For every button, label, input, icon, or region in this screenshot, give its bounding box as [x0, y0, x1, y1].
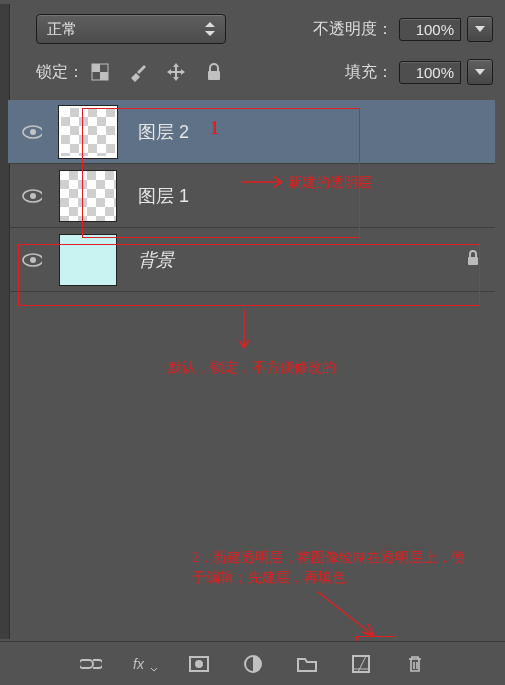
layer-row[interactable]: 背景: [8, 228, 495, 292]
fill-dropdown[interactable]: [467, 59, 493, 85]
svg-rect-10: [468, 257, 478, 265]
layer-row[interactable]: 图层 2: [8, 100, 495, 164]
svg-rect-1: [92, 64, 100, 72]
annotation-3: 2，新建透明层，将图像绘制在透明层上，便于编辑；先建层，再填色: [192, 548, 472, 587]
blend-mode-select[interactable]: 正常: [36, 14, 226, 44]
svg-rect-3: [208, 71, 220, 80]
group-icon[interactable]: [295, 652, 319, 676]
svg-point-5: [30, 129, 36, 135]
fx-icon[interactable]: fx: [133, 652, 157, 676]
lock-move-icon[interactable]: [166, 62, 186, 82]
visibility-icon[interactable]: [22, 186, 42, 206]
opacity-field[interactable]: 100%: [399, 18, 461, 41]
layer-name[interactable]: 图层 2: [120, 120, 189, 144]
fill-label: 填充：: [345, 62, 393, 83]
lock-label: 锁定：: [36, 62, 84, 83]
lock-pixels-icon[interactable]: [90, 62, 110, 82]
svg-point-7: [30, 193, 36, 199]
opacity-dropdown[interactable]: [467, 16, 493, 42]
layer-row[interactable]: 图层 1: [8, 164, 495, 228]
visibility-icon[interactable]: [22, 250, 42, 270]
adjustment-layer-icon[interactable]: [241, 652, 265, 676]
layer-name[interactable]: 背景: [120, 248, 174, 272]
layer-name[interactable]: 图层 1: [120, 184, 189, 208]
chevron-updown-icon: [203, 20, 217, 38]
visibility-icon[interactable]: [22, 122, 42, 142]
lock-all-icon[interactable]: [204, 62, 224, 82]
svg-point-9: [30, 257, 36, 263]
layer-thumb[interactable]: [59, 234, 117, 286]
link-layers-icon[interactable]: [79, 652, 103, 676]
svg-rect-2: [100, 72, 108, 80]
layer-mask-icon[interactable]: [187, 652, 211, 676]
fill-field[interactable]: 100%: [399, 61, 461, 84]
annotation-2: 默认，锁定，不方便修改的: [168, 358, 336, 378]
svg-text:fx: fx: [133, 656, 145, 672]
lock-icon: [466, 250, 480, 269]
blend-mode-value: 正常: [47, 20, 77, 39]
layer-thumb[interactable]: [59, 106, 117, 158]
trash-icon[interactable]: [403, 652, 427, 676]
opacity-label: 不透明度：: [313, 19, 393, 40]
svg-point-13: [195, 660, 203, 668]
new-layer-icon[interactable]: [349, 652, 373, 676]
svg-rect-15: [353, 656, 369, 672]
layer-thumb[interactable]: [59, 170, 117, 222]
lock-brush-icon[interactable]: [128, 62, 148, 82]
